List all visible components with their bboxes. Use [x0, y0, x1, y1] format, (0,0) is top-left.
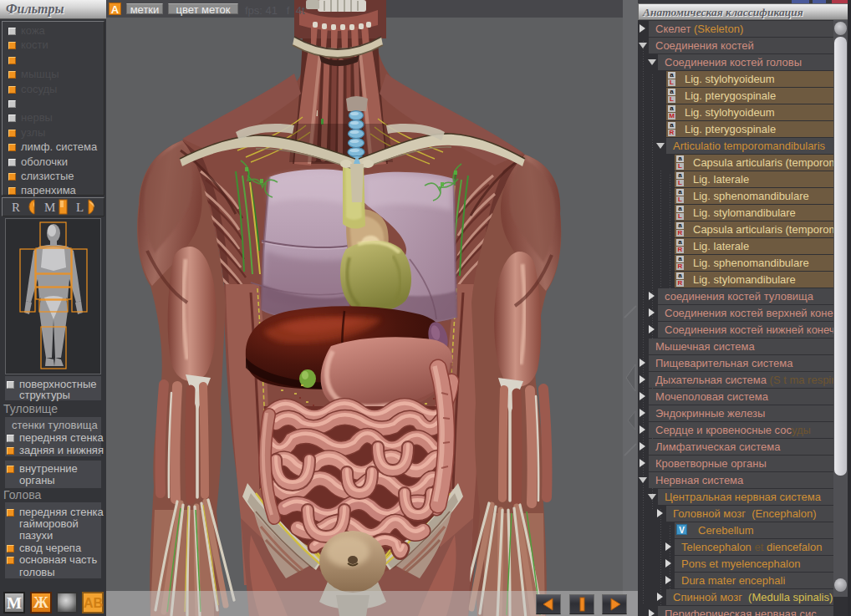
svg-text:R: R [12, 201, 20, 214]
svg-text:L: L [76, 201, 84, 214]
svg-text:M: M [44, 201, 55, 214]
